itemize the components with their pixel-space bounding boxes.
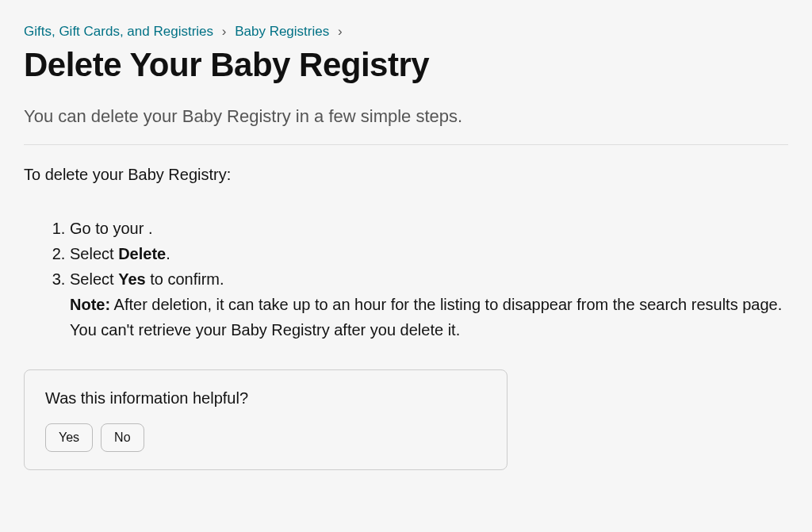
step-1-text: Go to your . (70, 220, 153, 237)
step-3-suffix: to confirm. (146, 270, 224, 288)
feedback-yes-button[interactable]: Yes (45, 423, 93, 452)
intro-text: To delete your Baby Registry: (24, 166, 788, 184)
step-3-prefix: Select (70, 270, 118, 288)
step-2-suffix: . (166, 245, 170, 262)
step-1: Go to your . (70, 216, 788, 241)
step-2-prefix: Select (70, 245, 118, 262)
step-2-bold: Delete (118, 245, 166, 262)
step-2: Select Delete. (70, 241, 788, 266)
page-title: Delete Your Baby Registry (24, 46, 788, 84)
feedback-buttons: Yes No (45, 423, 486, 452)
feedback-no-button[interactable]: No (101, 423, 144, 452)
page-subtitle: You can delete your Baby Registry in a f… (24, 106, 788, 127)
feedback-box: Was this information helpful? Yes No (24, 369, 508, 470)
breadcrumb-separator: › (222, 24, 227, 39)
breadcrumb-link-gifts[interactable]: Gifts, Gift Cards, and Registries (24, 24, 213, 39)
divider (24, 144, 788, 145)
breadcrumb: Gifts, Gift Cards, and Registries › Baby… (24, 24, 788, 40)
step-3: Select Yes to confirm. Note: After delet… (70, 266, 788, 343)
note-label: Note: (70, 296, 110, 313)
breadcrumb-link-baby-registries[interactable]: Baby Registries (235, 24, 329, 39)
step-3-bold: Yes (118, 270, 145, 288)
feedback-question: Was this information helpful? (45, 389, 486, 408)
note-text: After deletion, it can take up to an hou… (70, 296, 782, 339)
breadcrumb-separator: › (338, 24, 343, 39)
steps-list: Go to your . Select Delete. Select Yes t… (24, 216, 788, 343)
